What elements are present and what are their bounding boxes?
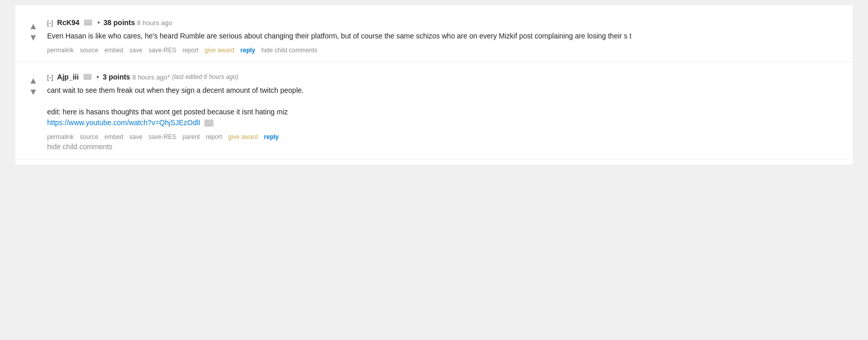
youtube-link-2[interactable]: https://www.youtube.com/watch?v=QhjSJEzO… (47, 118, 200, 127)
hide-child-link-2[interactable]: hide child comments (47, 143, 113, 151)
permalink-link-1[interactable]: permalink (47, 47, 74, 54)
comment-text-line3: edit: here is hasans thoughts that wont … (47, 108, 288, 116)
edited-label-2: (last edited 6 hours ago) (172, 73, 238, 81)
save-link-2[interactable]: save (130, 133, 142, 141)
link-preview-icon (204, 119, 214, 127)
comment-actions-2: permalink source embed save save-RES par… (47, 133, 842, 141)
permalink-link-2[interactable]: permalink (47, 133, 74, 141)
dot-2: • (97, 73, 99, 81)
give-award-link-2[interactable]: give award (228, 133, 258, 141)
give-award-link-1[interactable]: give award (205, 47, 235, 54)
embed-link-1[interactable]: embed (104, 47, 123, 54)
comment-text-line1: cant wait to see them freak out when the… (47, 86, 304, 94)
comment-body-2: cant wait to see them freak out when the… (47, 85, 842, 128)
comment-content-1: [-] RcK94 • 38 points 8 hours ago Even H… (47, 18, 842, 54)
reply-link-1[interactable]: reply (241, 47, 256, 54)
timestamp-1: 8 hours ago (137, 19, 173, 27)
comment-content-2: [-] Ajp_iii • 3 points 8 hours ago* (las… (47, 73, 842, 151)
timestamp-2: 8 hours ago* (132, 73, 170, 81)
save-res-link-1[interactable]: save-RES (149, 47, 176, 54)
save-link-1[interactable]: save (130, 47, 142, 54)
parent-link-2[interactable]: parent (182, 133, 200, 141)
comment-header-1: [-] RcK94 • 38 points 8 hours ago (47, 18, 842, 27)
source-link-1[interactable]: source (80, 47, 98, 54)
comment-actions-1: permalink source embed save save-RES rep… (47, 47, 842, 54)
collapse-button-1[interactable]: [-] (47, 19, 53, 27)
points-2: 3 points (102, 73, 130, 81)
collapse-button-2[interactable]: [-] (47, 73, 53, 81)
user-icon-1 (84, 19, 92, 26)
save-res-link-2[interactable]: save-RES (149, 133, 176, 141)
reply-link-2[interactable]: reply (264, 133, 279, 141)
vote-column-2: ▲ ▼ (26, 73, 41, 97)
report-link-1[interactable]: report (182, 47, 198, 54)
username-2[interactable]: Ajp_iii (57, 73, 79, 81)
hide-child-link-1[interactable]: hide child comments (261, 47, 317, 54)
report-link-2[interactable]: report (206, 133, 222, 141)
points-1: 38 points (103, 18, 135, 27)
source-link-2[interactable]: source (80, 133, 98, 141)
comment-block-1: ▲ ▼ [-] RcK94 • 38 points 8 hours ago Ev… (15, 10, 853, 63)
downvote-button-1[interactable]: ▼ (29, 33, 38, 42)
downvote-button-2[interactable]: ▼ (29, 87, 38, 96)
page-wrapper: ▲ ▼ [-] RcK94 • 38 points 8 hours ago Ev… (0, 0, 868, 340)
comment-area: ▲ ▼ [-] RcK94 • 38 points 8 hours ago Ev… (15, 5, 853, 165)
action-row-2: hide child comments (47, 143, 842, 151)
comment-header-2: [-] Ajp_iii • 3 points 8 hours ago* (las… (47, 73, 842, 81)
upvote-button-1[interactable]: ▲ (29, 22, 38, 31)
embed-link-2[interactable]: embed (104, 133, 123, 141)
vote-column-1: ▲ ▼ (26, 18, 41, 43)
dot-1: • (97, 18, 100, 27)
comment-body-1: Even Hasan is like who cares, he's heard… (47, 31, 842, 42)
username-1[interactable]: RcK94 (57, 18, 80, 27)
comment-block-2: ▲ ▼ [-] Ajp_iii • 3 points 8 hours ago* … (15, 63, 853, 159)
upvote-button-2[interactable]: ▲ (29, 76, 38, 85)
user-icon-2 (83, 74, 92, 80)
